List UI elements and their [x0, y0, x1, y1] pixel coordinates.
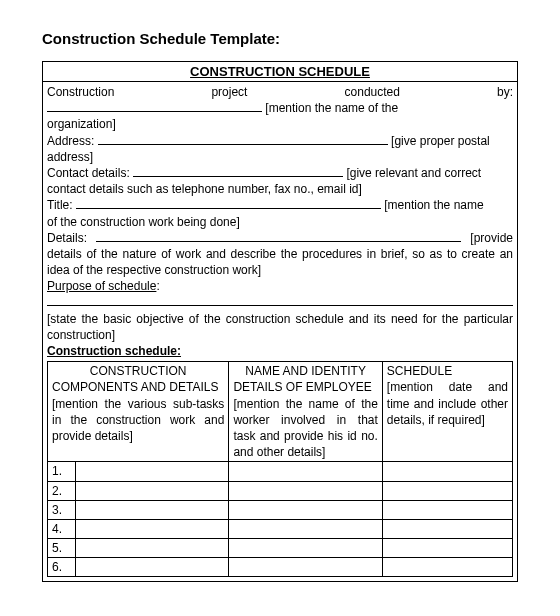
address-label: Address: — [47, 134, 94, 148]
purpose-blank — [47, 294, 513, 310]
address-continuation: address] — [47, 149, 513, 165]
table-row: 3. — [48, 500, 513, 519]
purpose-hint: [state the basic objective of the constr… — [47, 311, 513, 343]
col-employee: NAME AND IDENTITY DETAILS OF EMPLOYEE [m… — [229, 362, 382, 462]
document-page: Construction Schedule Template: CONSTRUC… — [0, 0, 560, 602]
schedule-heading: Construction schedule: — [47, 343, 513, 359]
col-head: SCHEDULE — [387, 363, 508, 379]
cell[interactable] — [76, 500, 229, 519]
conducted-by-line: Construction project conducted by: — [47, 84, 513, 100]
cell[interactable] — [229, 500, 382, 519]
blank-line[interactable] — [47, 101, 262, 112]
text: project — [211, 85, 247, 99]
purpose-label: Purpose of schedule — [47, 279, 156, 293]
org-continuation: organization] — [47, 116, 513, 132]
blank-line[interactable] — [96, 230, 461, 241]
contact-continuation: contact details such as telephone number… — [47, 181, 513, 197]
hint-text: [mention the name of the — [265, 101, 398, 115]
col-schedule: SCHEDULE [mention date and time and incl… — [382, 362, 512, 462]
contact-line: Contact details: [give relevant and corr… — [47, 165, 513, 181]
col-hint: [mention the various sub-tasks in the co… — [52, 397, 224, 443]
page-title: Construction Schedule Template: — [42, 30, 518, 47]
blank-line[interactable] — [133, 166, 343, 177]
cell[interactable] — [382, 519, 512, 538]
schedule-label: Construction schedule: — [47, 344, 181, 358]
col-hint: [mention date and time and include other… — [387, 380, 508, 426]
cell[interactable] — [76, 558, 229, 577]
row-num: 3. — [48, 500, 76, 519]
address-line: Address: [give proper postal — [47, 133, 513, 149]
table-row: 4. — [48, 519, 513, 538]
row-num: 1. — [48, 462, 76, 481]
cell[interactable] — [76, 539, 229, 558]
cell[interactable] — [76, 462, 229, 481]
text: conducted — [345, 85, 400, 99]
title-line: Title: [mention the name — [47, 197, 513, 213]
row-num: 5. — [48, 539, 76, 558]
cell[interactable] — [76, 481, 229, 500]
hint-text: [give relevant and correct — [346, 166, 481, 180]
blank-line[interactable] — [47, 295, 513, 306]
title-continuation: of the construction work being done] — [47, 214, 513, 230]
cell[interactable] — [76, 519, 229, 538]
contact-label: Contact details: — [47, 166, 130, 180]
row-num: 2. — [48, 481, 76, 500]
form-area: Construction project conducted by: [ment… — [43, 82, 517, 581]
title-label: Title: — [47, 198, 73, 212]
blank-line[interactable] — [76, 198, 381, 209]
col-head: NAME AND IDENTITY DETAILS OF EMPLOYEE — [233, 363, 377, 395]
table-row: 1. — [48, 462, 513, 481]
conducted-by-blank: [mention the name of the — [47, 100, 513, 116]
cell[interactable] — [229, 462, 382, 481]
hint-text: [mention the name — [384, 198, 483, 212]
box-header: CONSTRUCTION SCHEDULE — [43, 62, 517, 82]
col-head: CONSTRUCTION COMPONENTS AND DETAILS — [52, 363, 224, 395]
table-header-row: CONSTRUCTION COMPONENTS AND DETAILS [men… — [48, 362, 513, 462]
details-label: Details: — [47, 231, 87, 245]
col-components: CONSTRUCTION COMPONENTS AND DETAILS [men… — [48, 362, 229, 462]
table-row: 5. — [48, 539, 513, 558]
table-row: 2. — [48, 481, 513, 500]
blank-line[interactable] — [98, 133, 388, 144]
hint-text: [give proper postal — [391, 134, 490, 148]
row-num: 4. — [48, 519, 76, 538]
cell[interactable] — [229, 558, 382, 577]
table-row: 6. — [48, 558, 513, 577]
cell[interactable] — [382, 500, 512, 519]
cell[interactable] — [229, 539, 382, 558]
hint-text: [provide — [470, 231, 513, 245]
cell[interactable] — [229, 519, 382, 538]
details-continuation: details of the nature of work and descri… — [47, 246, 513, 278]
details-line: Details: [provide — [47, 230, 513, 246]
cell[interactable] — [382, 539, 512, 558]
col-hint: [mention the name of the worker involved… — [233, 397, 377, 460]
row-num: 6. — [48, 558, 76, 577]
colon: : — [156, 279, 159, 293]
cell[interactable] — [382, 462, 512, 481]
cell[interactable] — [382, 481, 512, 500]
text: by: — [497, 85, 513, 99]
purpose-line: Purpose of schedule: — [47, 278, 513, 294]
cell[interactable] — [382, 558, 512, 577]
cell[interactable] — [229, 481, 382, 500]
text: Construction — [47, 85, 114, 99]
schedule-box: CONSTRUCTION SCHEDULE Construction proje… — [42, 61, 518, 582]
schedule-table: CONSTRUCTION COMPONENTS AND DETAILS [men… — [47, 361, 513, 577]
